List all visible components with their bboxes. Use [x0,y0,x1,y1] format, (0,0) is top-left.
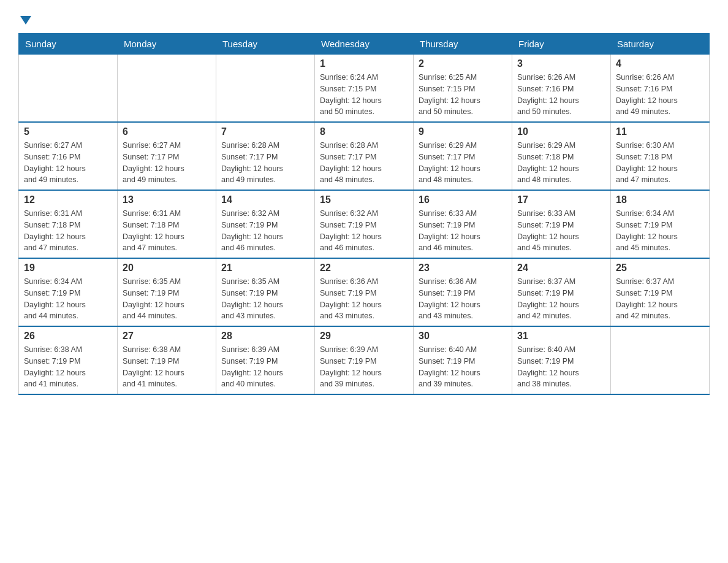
calendar-cell: 9Sunrise: 6:29 AM Sunset: 7:17 PM Daylig… [414,122,512,190]
calendar-cell: 11Sunrise: 6:30 AM Sunset: 7:18 PM Dayli… [611,122,710,190]
logo-triangle-icon [20,16,31,27]
calendar-cell: 17Sunrise: 6:33 AM Sunset: 7:19 PM Dayli… [512,190,611,258]
day-info: Sunrise: 6:31 AM Sunset: 7:18 PM Dayligh… [24,208,112,254]
day-info: Sunrise: 6:36 AM Sunset: 7:19 PM Dayligh… [419,276,507,322]
day-number: 3 [517,58,605,69]
day-info: Sunrise: 6:27 AM Sunset: 7:17 PM Dayligh… [123,140,211,186]
day-info: Sunrise: 6:29 AM Sunset: 7:18 PM Dayligh… [517,140,605,186]
calendar-cell: 2Sunrise: 6:25 AM Sunset: 7:15 PM Daylig… [414,55,512,123]
day-number: 31 [517,331,605,342]
day-number: 21 [221,262,309,274]
header [18,12,710,27]
day-number: 9 [419,126,507,137]
day-info: Sunrise: 6:24 AM Sunset: 7:15 PM Dayligh… [320,72,408,118]
day-number: 29 [320,331,408,342]
day-number: 17 [517,194,605,205]
calendar-week-3: 12Sunrise: 6:31 AM Sunset: 7:18 PM Dayli… [19,190,710,258]
calendar-cell [118,55,216,123]
day-info: Sunrise: 6:26 AM Sunset: 7:16 PM Dayligh… [616,72,704,118]
calendar-cell [611,326,710,394]
day-info: Sunrise: 6:40 AM Sunset: 7:19 PM Dayligh… [419,344,507,390]
day-number: 24 [517,262,605,274]
calendar-cell: 16Sunrise: 6:33 AM Sunset: 7:19 PM Dayli… [414,190,512,258]
day-number: 19 [24,262,112,274]
calendar-week-1: 1Sunrise: 6:24 AM Sunset: 7:15 PM Daylig… [19,55,710,123]
calendar-cell: 7Sunrise: 6:28 AM Sunset: 7:17 PM Daylig… [216,122,315,190]
day-number: 23 [419,262,507,274]
day-number: 16 [419,194,507,205]
day-number: 1 [320,58,408,69]
calendar-cell: 30Sunrise: 6:40 AM Sunset: 7:19 PM Dayli… [414,326,512,394]
day-info: Sunrise: 6:32 AM Sunset: 7:19 PM Dayligh… [221,208,309,254]
calendar-header-friday: Friday [512,34,611,55]
day-info: Sunrise: 6:34 AM Sunset: 7:19 PM Dayligh… [24,276,112,322]
day-number: 26 [24,331,112,342]
day-number: 6 [123,126,211,137]
calendar-cell: 23Sunrise: 6:36 AM Sunset: 7:19 PM Dayli… [414,258,512,326]
day-info: Sunrise: 6:29 AM Sunset: 7:17 PM Dayligh… [419,140,507,186]
calendar-cell: 6Sunrise: 6:27 AM Sunset: 7:17 PM Daylig… [118,122,216,190]
day-number: 28 [221,331,309,342]
day-info: Sunrise: 6:26 AM Sunset: 7:16 PM Dayligh… [517,72,605,118]
day-info: Sunrise: 6:40 AM Sunset: 7:19 PM Dayligh… [517,344,605,390]
day-info: Sunrise: 6:39 AM Sunset: 7:19 PM Dayligh… [221,344,309,390]
day-number: 18 [616,194,704,205]
day-info: Sunrise: 6:32 AM Sunset: 7:19 PM Dayligh… [320,208,408,254]
calendar-header-monday: Monday [118,34,216,55]
svg-marker-0 [20,16,31,25]
day-info: Sunrise: 6:38 AM Sunset: 7:19 PM Dayligh… [123,344,211,390]
day-info: Sunrise: 6:28 AM Sunset: 7:17 PM Dayligh… [320,140,408,186]
day-number: 20 [123,262,211,274]
day-number: 12 [24,194,112,205]
calendar-cell: 20Sunrise: 6:35 AM Sunset: 7:19 PM Dayli… [118,258,216,326]
day-info: Sunrise: 6:35 AM Sunset: 7:19 PM Dayligh… [221,276,309,322]
day-info: Sunrise: 6:33 AM Sunset: 7:19 PM Dayligh… [419,208,507,254]
calendar-cell: 13Sunrise: 6:31 AM Sunset: 7:18 PM Dayli… [118,190,216,258]
day-number: 30 [419,331,507,342]
day-number: 27 [123,331,211,342]
calendar-cell: 14Sunrise: 6:32 AM Sunset: 7:19 PM Dayli… [216,190,315,258]
calendar-cell: 12Sunrise: 6:31 AM Sunset: 7:18 PM Dayli… [19,190,118,258]
calendar-cell: 25Sunrise: 6:37 AM Sunset: 7:19 PM Dayli… [611,258,710,326]
day-number: 2 [419,58,507,69]
calendar-header-tuesday: Tuesday [216,34,315,55]
calendar-cell: 5Sunrise: 6:27 AM Sunset: 7:16 PM Daylig… [19,122,118,190]
calendar-cell: 31Sunrise: 6:40 AM Sunset: 7:19 PM Dayli… [512,326,611,394]
day-number: 4 [616,58,704,69]
day-number: 25 [616,262,704,274]
day-number: 5 [24,126,112,137]
day-info: Sunrise: 6:30 AM Sunset: 7:18 PM Dayligh… [616,140,704,186]
day-info: Sunrise: 6:31 AM Sunset: 7:18 PM Dayligh… [123,208,211,254]
calendar-cell: 3Sunrise: 6:26 AM Sunset: 7:16 PM Daylig… [512,55,611,123]
calendar-body: 1Sunrise: 6:24 AM Sunset: 7:15 PM Daylig… [19,55,710,395]
day-info: Sunrise: 6:37 AM Sunset: 7:19 PM Dayligh… [517,276,605,322]
day-number: 13 [123,194,211,205]
logo [18,12,31,27]
day-number: 14 [221,194,309,205]
calendar-cell: 15Sunrise: 6:32 AM Sunset: 7:19 PM Dayli… [315,190,414,258]
calendar-cell: 10Sunrise: 6:29 AM Sunset: 7:18 PM Dayli… [512,122,611,190]
day-info: Sunrise: 6:25 AM Sunset: 7:15 PM Dayligh… [419,72,507,118]
day-info: Sunrise: 6:33 AM Sunset: 7:19 PM Dayligh… [517,208,605,254]
calendar-cell: 24Sunrise: 6:37 AM Sunset: 7:19 PM Dayli… [512,258,611,326]
day-number: 7 [221,126,309,137]
calendar-cell [19,55,118,123]
day-info: Sunrise: 6:27 AM Sunset: 7:16 PM Dayligh… [24,140,112,186]
day-info: Sunrise: 6:39 AM Sunset: 7:19 PM Dayligh… [320,344,408,390]
calendar-cell: 21Sunrise: 6:35 AM Sunset: 7:19 PM Dayli… [216,258,315,326]
calendar-cell: 4Sunrise: 6:26 AM Sunset: 7:16 PM Daylig… [611,55,710,123]
day-info: Sunrise: 6:35 AM Sunset: 7:19 PM Dayligh… [123,276,211,322]
day-info: Sunrise: 6:38 AM Sunset: 7:19 PM Dayligh… [24,344,112,390]
calendar-cell: 1Sunrise: 6:24 AM Sunset: 7:15 PM Daylig… [315,55,414,123]
calendar-header-thursday: Thursday [414,34,512,55]
day-number: 11 [616,126,704,137]
calendar-cell: 26Sunrise: 6:38 AM Sunset: 7:19 PM Dayli… [19,326,118,394]
day-info: Sunrise: 6:36 AM Sunset: 7:19 PM Dayligh… [320,276,408,322]
calendar-header-saturday: Saturday [611,34,710,55]
calendar-cell: 27Sunrise: 6:38 AM Sunset: 7:19 PM Dayli… [118,326,216,394]
calendar-header-sunday: Sunday [19,34,118,55]
calendar-table: SundayMondayTuesdayWednesdayThursdayFrid… [18,33,710,395]
calendar-cell: 19Sunrise: 6:34 AM Sunset: 7:19 PM Dayli… [19,258,118,326]
day-info: Sunrise: 6:37 AM Sunset: 7:19 PM Dayligh… [616,276,704,322]
day-number: 22 [320,262,408,274]
